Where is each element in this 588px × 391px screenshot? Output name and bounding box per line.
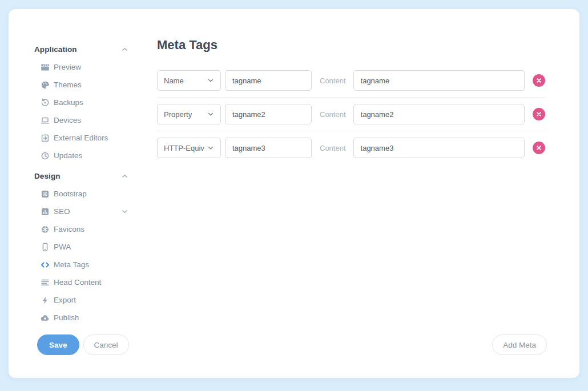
sidebar-item-label: Publish [54, 313, 79, 322]
sidebar: Application Preview Themes Backups [34, 45, 128, 326]
content-label: Content [320, 110, 346, 119]
history-icon [41, 98, 50, 107]
sidebar-item-themes[interactable]: Themes [34, 76, 128, 94]
bolt-icon [41, 296, 50, 305]
meta-name-input[interactable] [225, 138, 312, 158]
sidebar-item-label: Meta Tags [54, 260, 89, 269]
aperture-icon [41, 225, 50, 234]
bootstrap-icon [41, 190, 50, 199]
meta-type-value: Name [164, 76, 184, 85]
sidebar-item-label: Export [54, 296, 76, 304]
content-label: Content [320, 76, 346, 85]
meta-content-input[interactable] [353, 104, 525, 124]
external-link-icon [41, 134, 50, 143]
meta-type-value: HTTP-Equiv [164, 144, 204, 152]
sidebar-item-preview[interactable]: Preview [34, 58, 128, 76]
smartphone-icon [41, 243, 50, 252]
sidebar-item-label: Devices [54, 116, 81, 124]
sidebar-item-label: Updates [54, 151, 82, 160]
meta-type-select[interactable]: Name [157, 70, 221, 91]
add-meta-button[interactable]: Add Meta [492, 334, 547, 355]
meta-row: Name Content [157, 70, 545, 98]
chevron-down-icon [207, 111, 214, 118]
sidebar-item-label: Bootstrap [54, 190, 87, 198]
main-content: Meta Tags Name Content Property [157, 38, 545, 158]
delete-meta-button[interactable] [533, 142, 545, 154]
cancel-button[interactable]: Cancel [83, 334, 129, 355]
sidebar-item-favicons[interactable]: Favicons [34, 220, 128, 238]
footer-actions: Save Cancel Add Meta [37, 334, 547, 355]
laptop-icon [41, 116, 50, 125]
sidebar-item-label: Backups [54, 98, 83, 107]
sidebar-item-export[interactable]: Export [34, 291, 128, 309]
chevron-down-icon [207, 77, 214, 84]
sidebar-item-label: Favicons [54, 225, 84, 233]
sidebar-item-devices[interactable]: Devices [34, 111, 128, 129]
sidebar-item-label: External Editors [54, 134, 108, 142]
clapperboard-icon [41, 63, 50, 72]
close-icon [536, 145, 542, 151]
code-icon [41, 260, 50, 269]
sidebar-section-label: Design [34, 172, 61, 180]
delete-meta-button[interactable] [533, 108, 545, 120]
settings-card: Application Preview Themes Backups [9, 9, 579, 378]
meta-type-select[interactable]: HTTP-Equiv [157, 138, 221, 158]
chevron-down-icon [207, 144, 214, 151]
meta-type-select[interactable]: Property [157, 104, 221, 124]
text-lines-icon [41, 278, 50, 287]
meta-name-input[interactable] [225, 104, 312, 124]
sidebar-item-pwa[interactable]: PWA [34, 238, 128, 256]
sidebar-section-design[interactable]: Design [34, 171, 128, 180]
clock-refresh-icon [41, 151, 50, 160]
content-label: Content [320, 144, 346, 152]
meta-row: HTTP-Equiv Content [157, 138, 545, 158]
sidebar-item-label: Head Content [54, 278, 101, 287]
page-title: Meta Tags [157, 38, 545, 53]
sidebar-item-head-content[interactable]: Head Content [34, 273, 128, 291]
meta-row: Property Content [157, 104, 545, 131]
chevron-up-icon[interactable] [121, 46, 128, 53]
sidebar-section-application[interactable]: Application [34, 45, 128, 54]
sidebar-item-label: Themes [54, 80, 82, 89]
chevron-up-icon[interactable] [121, 172, 128, 180]
sidebar-item-seo[interactable]: SEO [34, 203, 128, 220]
close-icon [536, 111, 542, 117]
sidebar-section-label: Application [34, 45, 77, 54]
meta-content-input[interactable] [353, 138, 525, 158]
sidebar-item-label: SEO [54, 207, 70, 216]
meta-content-input[interactable] [353, 70, 525, 91]
delete-meta-button[interactable] [533, 74, 545, 87]
palette-icon [41, 80, 50, 90]
meta-type-value: Property [164, 110, 192, 119]
sidebar-item-meta-tags[interactable]: Meta Tags [34, 256, 128, 273]
sidebar-item-external-editors[interactable]: External Editors [34, 129, 128, 147]
meta-name-input[interactable] [225, 70, 312, 91]
sidebar-item-bootstrap[interactable]: Bootstrap [34, 185, 128, 203]
sidebar-item-updates[interactable]: Updates [34, 147, 128, 164]
chevron-down-icon[interactable] [121, 208, 128, 215]
sidebar-item-label: PWA [54, 243, 71, 251]
cloud-upload-icon [41, 313, 50, 323]
sidebar-item-label: Preview [54, 63, 81, 71]
sidebar-item-backups[interactable]: Backups [34, 94, 128, 111]
bar-chart-icon [41, 207, 50, 216]
sidebar-item-publish[interactable]: Publish [34, 309, 128, 326]
save-button[interactable]: Save [37, 334, 79, 355]
close-icon [536, 78, 542, 83]
footer-left-actions: Save Cancel [37, 334, 129, 355]
